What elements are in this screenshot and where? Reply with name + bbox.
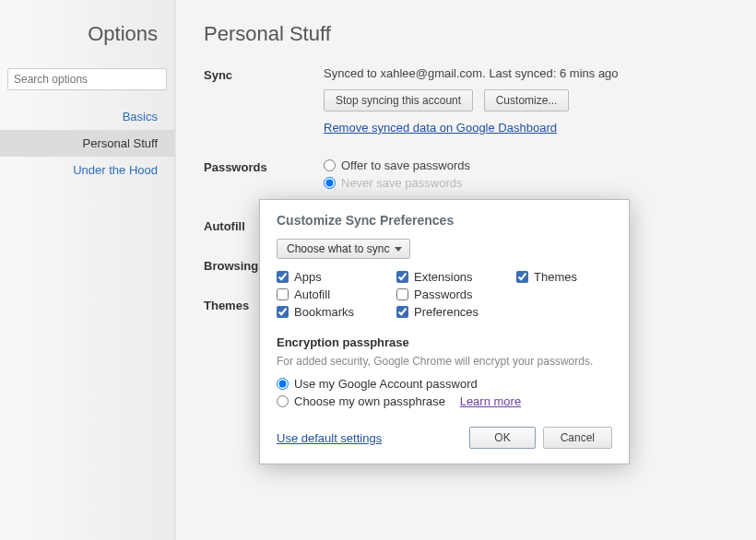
check-themes-label: Themes	[534, 270, 577, 284]
ok-button[interactable]: OK	[469, 427, 535, 449]
use-default-settings-link[interactable]: Use default settings	[277, 431, 382, 445]
cancel-button[interactable]: Cancel	[543, 427, 612, 449]
dialog-footer: Use default settings OK Cancel	[277, 427, 612, 449]
check-extensions-input[interactable]	[396, 271, 408, 283]
check-autofill[interactable]: Autofill	[277, 288, 396, 301]
check-passwords[interactable]: Passwords	[396, 288, 516, 301]
radio-own-passphrase-label: Choose my own passphrase	[294, 394, 445, 408]
chevron-down-icon	[395, 247, 402, 252]
check-preferences-label: Preferences	[414, 305, 478, 319]
dialog-title: Customize Sync Preferences	[277, 213, 612, 228]
check-apps[interactable]: Apps	[277, 270, 396, 284]
check-themes-input[interactable]	[516, 271, 528, 283]
check-bookmarks-input[interactable]	[277, 306, 289, 318]
check-themes[interactable]: Themes	[516, 270, 618, 284]
encryption-heading: Encryption passphrase	[277, 335, 612, 349]
check-extensions[interactable]: Extensions	[396, 270, 516, 284]
learn-more-link[interactable]: Learn more	[460, 394, 521, 408]
check-preferences-input[interactable]	[396, 306, 408, 318]
radio-google-password[interactable]	[277, 378, 289, 390]
radio-google-password-label: Use my Google Account password	[294, 377, 478, 391]
check-apps-input[interactable]	[277, 271, 289, 283]
check-preferences[interactable]: Preferences	[396, 305, 516, 319]
check-bookmarks[interactable]: Bookmarks	[277, 305, 396, 319]
dialog-overlay: Customize Sync Preferences Choose what t…	[0, 0, 756, 540]
encryption-options: Use my Google Account password Choose my…	[277, 377, 612, 408]
sync-data-types: Apps Extensions Themes Autofill Password…	[277, 270, 612, 319]
radio-own-passphrase[interactable]	[277, 395, 289, 407]
encryption-description: For added security, Google Chrome will e…	[277, 355, 612, 368]
check-extensions-label: Extensions	[414, 270, 473, 284]
sync-scope-dropdown-label: Choose what to sync	[287, 242, 389, 255]
check-bookmarks-label: Bookmarks	[294, 305, 354, 319]
check-autofill-input[interactable]	[277, 288, 289, 300]
check-autofill-label: Autofill	[294, 288, 330, 301]
check-apps-label: Apps	[294, 270, 322, 284]
check-passwords-input[interactable]	[396, 288, 408, 300]
sync-scope-dropdown[interactable]: Choose what to sync	[277, 239, 410, 259]
customize-sync-dialog: Customize Sync Preferences Choose what t…	[259, 199, 630, 464]
check-passwords-label: Passwords	[414, 288, 473, 301]
